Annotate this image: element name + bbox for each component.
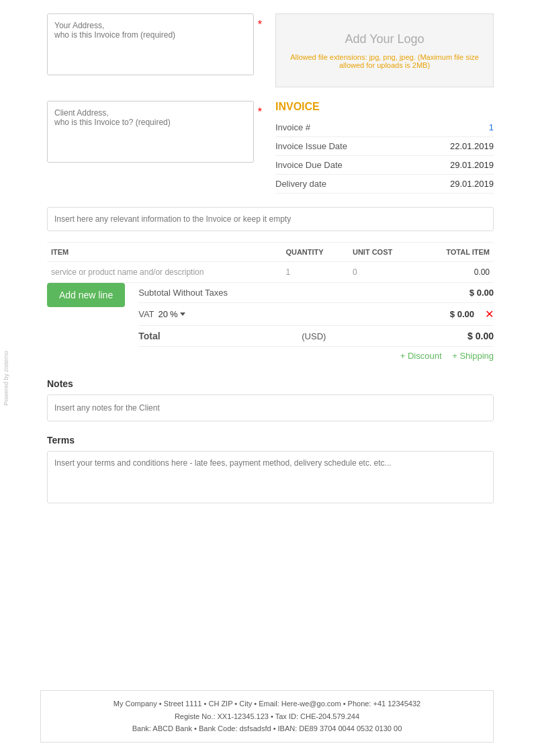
invoice-due-date-label: Invoice Due Date [275,160,343,170]
vat-percent-display[interactable]: 20 % [159,309,185,319]
invoice-details: INVOICE Invoice # 1 Invoice Issue Date 2… [275,101,494,194]
notes-section: Notes [47,378,494,421]
delivery-date-value[interactable]: 29.01.2019 [450,179,494,189]
subtotal-label: Subtotal Without Taxes [138,288,228,298]
invoice-due-date-value[interactable]: 29.01.2019 [450,160,494,170]
items-table: ITEM QUANTITY UNIT COST TOTAL ITEM servi… [47,242,494,283]
logo-title: Add Your Logo [345,32,424,46]
add-line-container: Add new line [47,283,125,307]
col-quantity: QUANTITY [281,243,349,262]
invoice-issue-date-label: Invoice Issue Date [275,141,347,151]
from-address-input[interactable] [47,13,254,75]
invoice-issue-date-row: Invoice Issue Date 22.01.2019 [275,137,494,156]
subtotal-row: Subtotal Without Taxes $ 0.00 [138,283,494,303]
totals-section: Subtotal Without Taxes $ 0.00 VAT 20 % $… [138,283,494,365]
total-label: Total [138,331,160,341]
table-row: service or product name and/or descripti… [47,262,494,283]
vat-percent-sign: % [170,309,178,319]
col-item: ITEM [47,243,281,262]
total-row: Total (USD) $ 0.00 [138,326,494,347]
logo-upload-area[interactable]: Add Your Logo Allowed file extensions: j… [275,13,494,87]
col-unit-cost: UNIT COST [349,243,418,262]
footer-line1: My Company • Street 1111 • CH ZIP • City… [52,698,482,710]
total-value: $ 0.00 [468,331,494,341]
terms-title: Terms [47,435,494,446]
invoice-label: INVOICE [275,101,494,113]
item-description[interactable]: service or product name and/or descripti… [47,262,281,283]
invoice-number-label: Invoice # [275,122,310,132]
discount-shipping-bar: + Discount + Shipping [138,347,494,365]
notes-title: Notes [47,378,494,389]
vat-value: $ 0.00 [450,309,474,319]
powered-by-label: Powered by zisterno [0,0,12,756]
info-input[interactable] [47,207,494,231]
info-field [47,207,494,231]
client-address-input[interactable] [47,101,254,163]
discount-link[interactable]: + Discount [400,351,442,361]
footer-line3: Bank: ABCD Bank • Bank Code: dsfsadsfd •… [52,722,482,735]
terms-input[interactable] [47,451,494,503]
logo-info: Allowed file extensions: jpg, png, jpeg.… [290,53,480,69]
invoice-due-date-row: Invoice Due Date 29.01.2019 [275,156,494,175]
add-new-line-button[interactable]: Add new line [47,283,125,307]
item-total: 0.00 [418,262,494,283]
from-address-required: * [258,19,262,31]
notes-input[interactable] [47,394,494,421]
delivery-date-label: Delivery date [275,179,326,189]
vat-delete-icon[interactable]: ✕ [485,308,494,321]
delivery-date-row: Delivery date 29.01.2019 [275,175,494,194]
client-address-required: * [258,106,262,118]
total-currency: (USD) [302,331,326,341]
invoice-number-value[interactable]: 1 [489,122,494,132]
footer: My Company • Street 1111 • CH ZIP • City… [40,690,494,743]
item-unit-cost[interactable]: 0 [349,262,418,283]
vat-row: VAT 20 % $ 0.00 ✕ [138,303,494,326]
vat-dropdown-icon[interactable] [180,312,185,316]
item-quantity[interactable]: 1 [281,262,349,283]
terms-section: Terms [47,435,494,505]
footer-line2: Registe No.: XX1-12345.123 • Tax ID: CHE… [52,710,482,723]
subtotal-value: $ 0.00 [470,288,494,298]
shipping-link[interactable]: + Shipping [452,351,494,361]
vat-percent-value: 20 [159,309,168,319]
invoice-number-row: Invoice # 1 [275,118,494,137]
vat-label: VAT [138,309,154,319]
col-total-item: TOTAL ITEM [418,243,494,262]
invoice-issue-date-value[interactable]: 22.01.2019 [450,141,494,151]
